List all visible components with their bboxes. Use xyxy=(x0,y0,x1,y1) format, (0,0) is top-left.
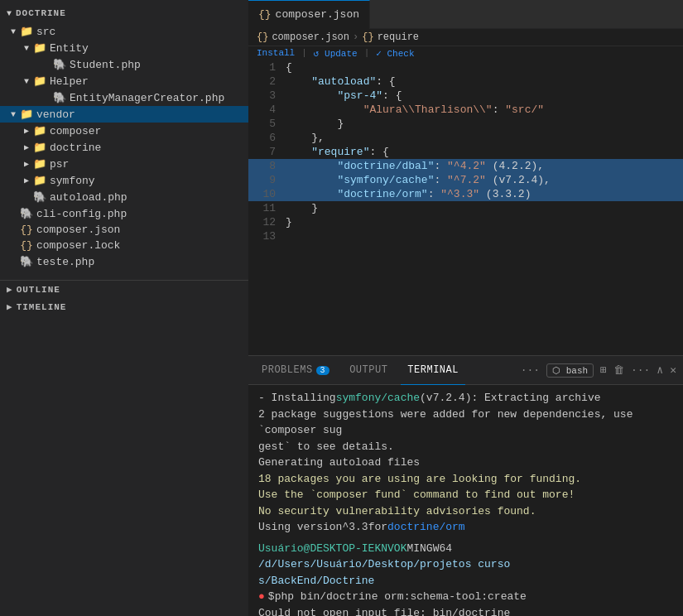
editor-panel-wrapper: {} composer.json {} composer.json › {} r… xyxy=(248,0,683,616)
terminal-line-prompt1b: s/BackEnd/Doctrine xyxy=(258,573,673,590)
terminal-line-suggestions: 2 package suggestions were added for new… xyxy=(258,407,673,439)
sidebar-item-symfony-vendor[interactable]: ▶ 📁 symfony xyxy=(0,172,248,189)
suggestions-text: 2 package suggestions were added for new… xyxy=(258,407,673,439)
sidebar-collapse-icon[interactable]: ▼ xyxy=(7,9,12,18)
terminal-line-gest: gest` to see details. xyxy=(258,439,673,455)
sidebar-item-helper[interactable]: ▼ 📁 Helper xyxy=(0,73,248,89)
sidebar-item-teste[interactable]: ▶ 🐘 teste.php xyxy=(0,253,248,270)
vendor-label: vendor xyxy=(36,108,75,121)
folder-icon-psr-v: 📁 xyxy=(33,157,46,171)
arrow-psr-v: ▶ xyxy=(20,159,33,169)
json-icon-lock: {} xyxy=(20,239,33,252)
output-label: OUTPUT xyxy=(349,364,387,376)
maximize-icon[interactable]: ∧ xyxy=(657,363,663,377)
prompt1-user: Usuário@DESKTOP-IEKNVOK xyxy=(258,541,406,557)
composer-json-tab[interactable]: {} composer.json xyxy=(248,0,370,29)
install-pkg: symfony/cache xyxy=(336,390,420,407)
ellipsis-icon[interactable]: ··· xyxy=(521,364,540,377)
breadcrumb-icon2: {} xyxy=(362,31,373,43)
sidebar-item-composer-json[interactable]: ▶ {} composer.json xyxy=(0,222,248,238)
autoload-text: Generating autoload files xyxy=(258,455,420,471)
arrow-composer-v: ▶ xyxy=(20,126,33,136)
install-text: - Installing xyxy=(258,390,336,407)
more-icon[interactable]: ··· xyxy=(631,364,650,377)
editor-area: {} composer.json {} composer.json › {} r… xyxy=(248,0,683,616)
code-editor: 1 { 2 "autoload": { 3 "psr-4": { xyxy=(248,60,683,355)
check-action[interactable]: ✓ Check xyxy=(376,48,414,59)
panel-tabs: PROBLEMS 3 OUTPUT TERMINAL ··· ⬡ bash xyxy=(248,356,683,385)
sidebar-item-entity[interactable]: ▼ 📁 Entity xyxy=(0,40,248,56)
version-text2: for xyxy=(368,519,387,536)
line-5: 5 } xyxy=(248,117,683,131)
main-layout: ▼ DOCTRINE ▼ 📁 src ▼ 📁 Entity xyxy=(0,0,683,616)
app-container: ▼ DOCTRINE ▼ 📁 src ▼ 📁 Entity xyxy=(0,0,683,616)
sidebar-title: DOCTRINE xyxy=(16,8,66,18)
cli-config-label: cli-config.php xyxy=(36,208,127,220)
arrow-autoload: ▶ xyxy=(20,192,33,202)
version-pkg: doctrine/orm xyxy=(387,519,465,536)
arrow-vendor: ▼ xyxy=(7,110,20,119)
sidebar-item-student[interactable]: ▶ 🐘 Student.php xyxy=(0,56,248,73)
version-highlight: ^3.3 xyxy=(342,519,368,536)
terminal-content: - Installing symfony/cache (v7.2.4): Ext… xyxy=(248,385,683,616)
terminal-line-command: ● $ php bin/doctrine orm:schema-tool:cre… xyxy=(258,589,673,605)
sidebar-item-composer-vendor[interactable]: ▶ 📁 composer xyxy=(0,123,248,139)
tab-label: composer.json xyxy=(276,8,359,21)
tab-problems[interactable]: PROBLEMS 3 xyxy=(255,356,336,385)
install-ver: (v7.2.4): Extracting archive xyxy=(420,390,600,407)
arrow-entitymanager: ▶ xyxy=(40,93,53,103)
arrow-cli: ▶ xyxy=(7,209,20,219)
terminal-line-version: Using version ^3.3 for doctrine/orm xyxy=(258,519,673,536)
arrow-entity: ▼ xyxy=(20,44,33,53)
terminal-line-funding: 18 packages you are using are looking fo… xyxy=(258,471,673,488)
timeline-section[interactable]: ▶ TIMELINE xyxy=(0,298,248,315)
symfony-v-label: symfony xyxy=(50,175,95,187)
error-text: Could not open input file: bin/doctrine xyxy=(258,605,510,617)
editor-actions-bar: Install | ↺ Update | ✓ Check xyxy=(248,46,683,60)
sidebar-item-composer-lock[interactable]: ▶ {} composer.lock xyxy=(0,238,248,253)
prompt1-path: /d/Users/Usuário/Desktop/projetos curso xyxy=(258,556,510,573)
breadcrumb-sep1: › xyxy=(353,31,358,43)
update-action[interactable]: ↺ Update xyxy=(314,48,358,59)
tab-output[interactable]: OUTPUT xyxy=(343,356,394,385)
sidebar-item-doctrine-vendor[interactable]: ▶ 📁 doctrine xyxy=(0,139,248,156)
action-sep2: | xyxy=(364,48,370,59)
line-4: 4 "Alura\\Tharlison\\": "src/" xyxy=(248,103,683,117)
outline-arrow-icon: ▶ xyxy=(7,284,13,295)
editor-top: {} composer.json {} composer.json › {} r… xyxy=(248,0,683,355)
arrow-symfony-v: ▶ xyxy=(20,176,33,185)
install-action[interactable]: Install xyxy=(257,48,295,59)
arrow-clock: ▶ xyxy=(7,241,20,251)
arrow-doctrine-v: ▶ xyxy=(20,142,33,152)
sidebar-item-psr-vendor[interactable]: ▶ 📁 psr xyxy=(0,156,248,172)
editor-tabs: {} composer.json xyxy=(248,0,683,29)
problems-label: PROBLEMS xyxy=(262,364,313,376)
tab-terminal[interactable]: TERMINAL xyxy=(401,356,465,385)
sidebar-item-vendor[interactable]: ▼ 📁 vendor xyxy=(0,106,248,123)
trash-icon[interactable]: 🗑 xyxy=(613,364,624,377)
php-icon-entitymanager: 🐘 xyxy=(53,91,66,104)
sidebar-item-src[interactable]: ▼ 📁 src xyxy=(0,23,248,40)
close-panel-icon[interactable]: ✕ xyxy=(670,363,676,377)
command-text: php bin/doctrine orm:schema-tool:create xyxy=(275,589,527,605)
outline-section[interactable]: ▶ OUTLINE xyxy=(0,281,248,298)
terminal-label: TERMINAL xyxy=(407,364,459,376)
split-terminal-icon[interactable]: ⊞ xyxy=(600,363,607,377)
timeline-label: TIMELINE xyxy=(17,302,67,312)
line-3: 3 "psr-4": { xyxy=(248,89,683,103)
composer-v-label: composer xyxy=(50,125,101,137)
entitymanager-label: EntityManagerCreator.php xyxy=(70,92,224,104)
sidebar-item-entitymanager[interactable]: ▶ 🐘 EntityManagerCreator.php xyxy=(0,89,248,106)
sidebar-item-cli-config[interactable]: ▶ 🐘 cli-config.php xyxy=(0,205,248,222)
line-12: 12 } xyxy=(248,215,683,229)
folder-icon-helper: 📁 xyxy=(33,75,46,88)
php-icon-student: 🐘 xyxy=(53,58,66,71)
helper-label: Helper xyxy=(50,75,89,88)
sidebar-item-autoload[interactable]: ▶ 🐘 autoload.php xyxy=(0,189,248,205)
php-icon-cli: 🐘 xyxy=(20,207,33,220)
version-text1: Using version xyxy=(258,519,342,536)
tab-icon: {} xyxy=(258,8,272,21)
psr-v-label: psr xyxy=(50,158,69,171)
prompt1-shell: MINGW64 xyxy=(406,541,452,557)
panel-area: PROBLEMS 3 OUTPUT TERMINAL ··· ⬡ bash xyxy=(248,355,683,616)
